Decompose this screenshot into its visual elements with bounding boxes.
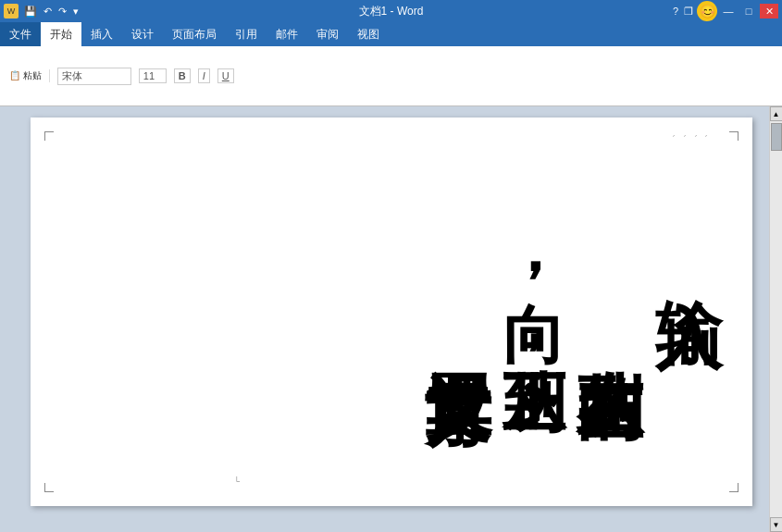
scrollbar-track[interactable] — [770, 121, 783, 517]
window-title: 文档1 - Word — [359, 4, 424, 19]
italic-button[interactable]: I — [198, 68, 210, 83]
quick-access-dropdown[interactable]: ▾ — [71, 6, 81, 18]
word-icon: W — [4, 4, 19, 19]
undo-button[interactable]: ↶ — [42, 6, 54, 18]
dots-mark: ˊ ˊ ˊ ˊ — [671, 134, 710, 144]
document-area: ˊ ˊ ˊ ˊ └ 设置文字方 向，从上到下， 从右到左的 输入 — [0, 106, 782, 532]
quick-access-toolbar: 💾 ↶ ↷ ▾ — [22, 6, 81, 18]
text-col-2: 向，从上到下， — [499, 155, 568, 488]
user-avatar: 😊 — [697, 1, 717, 21]
title-bar-left: W 💾 ↶ ↷ ▾ — [4, 4, 81, 19]
font-size-field[interactable]: 11 — [139, 68, 167, 83]
corner-mark-br — [729, 483, 739, 492]
tab-review[interactable]: 审阅 — [307, 22, 348, 46]
corner-mark-bl — [44, 483, 54, 492]
document-page[interactable]: ˊ ˊ ˊ ˊ └ 设置文字方 向，从上到下， 从右到左的 输入 — [31, 118, 752, 506]
scrollbar-thumb[interactable] — [771, 123, 782, 151]
tab-page-layout[interactable]: 页面布局 — [163, 22, 226, 46]
text-col-3: 从右到左的 — [573, 155, 646, 488]
scroll-down-button[interactable]: ▼ — [770, 517, 783, 532]
ribbon-tabs: 文件 开始 插入 设计 页面布局 引用 邮件 审阅 视图 — [0, 22, 782, 46]
text-col-1: 设置文字方 — [421, 155, 494, 488]
page-container: ˊ ˊ ˊ ˊ └ 设置文字方 向，从上到下， 从右到左的 输入 — [0, 106, 782, 532]
tab-file[interactable]: 文件 — [0, 22, 41, 46]
bold-button[interactable]: B — [174, 68, 191, 83]
corner-mark-tl — [44, 131, 54, 141]
vertical-scrollbar[interactable]: ▲ ▼ — [769, 106, 782, 532]
tab-home[interactable]: 开始 — [41, 22, 81, 46]
minimize-button[interactable]: — — [719, 4, 738, 19]
tab-mail[interactable]: 邮件 — [267, 22, 307, 46]
title-bar: W 💾 ↶ ↷ ▾ 文档1 - Word ? ❐ 😊 — □ ✕ — [0, 0, 782, 22]
paste-group: 📋 粘贴 — [9, 69, 50, 82]
text-col-4: 输入 — [651, 155, 724, 340]
restore-button[interactable]: ❐ — [682, 6, 695, 18]
tab-insert[interactable]: 插入 — [81, 22, 122, 46]
tab-design[interactable]: 设计 — [122, 22, 163, 46]
scroll-up-button[interactable]: ▲ — [770, 106, 783, 121]
underline-button[interactable]: U — [217, 68, 234, 83]
redo-button[interactable]: ↷ — [56, 6, 68, 18]
close-button[interactable]: ✕ — [760, 4, 778, 19]
toolbar-area: 📋 粘贴 宋体 11 B I U — [0, 46, 782, 106]
font-name-field[interactable]: 宋体 — [57, 68, 131, 85]
page-content[interactable]: 设置文字方 向，从上到下， 从右到左的 输入 — [77, 145, 725, 488]
tab-references[interactable]: 引用 — [226, 22, 267, 46]
help-button[interactable]: ? — [671, 6, 680, 17]
tab-view[interactable]: 视图 — [348, 22, 389, 46]
corner-mark-tr — [729, 131, 739, 141]
save-button[interactable]: 💾 — [22, 6, 39, 18]
maximize-button[interactable]: □ — [739, 4, 758, 19]
title-bar-controls: ? ❐ 😊 — □ ✕ — [671, 1, 778, 21]
